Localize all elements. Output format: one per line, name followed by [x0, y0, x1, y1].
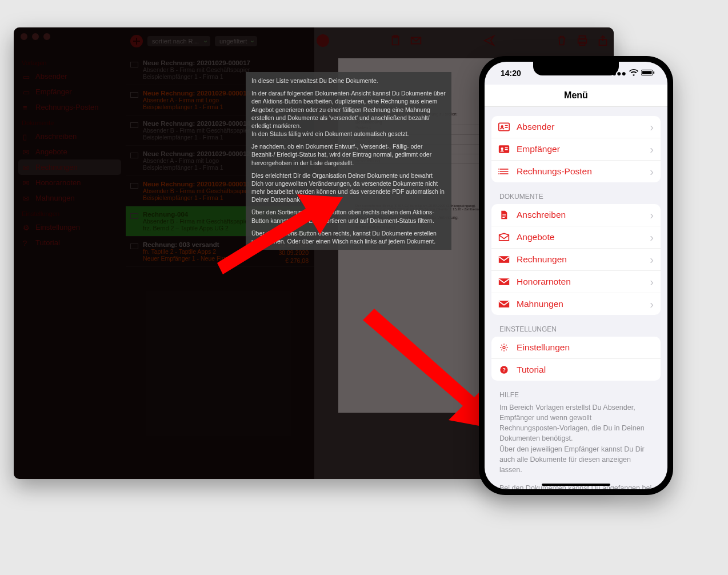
svg-rect-18 — [505, 147, 508, 149]
svg-rect-19 — [505, 149, 508, 150]
envelope-icon — [130, 153, 138, 158]
help-icon: ? — [23, 239, 31, 247]
list-toolbar: sortiert nach Rechnu… ungefiltert — [126, 27, 314, 55]
print-icon[interactable] — [576, 34, 589, 47]
menu-row-label: Rechnungs-Posten — [517, 166, 592, 177]
svg-rect-11 — [653, 71, 654, 74]
preview-toolbar — [317, 34, 609, 47]
menu-row-anschreiben[interactable]: Anschreiben› — [491, 204, 661, 226]
clipboard-icon[interactable] — [389, 34, 402, 47]
menu-row-label: Rechnungen — [517, 254, 567, 265]
svg-rect-30 — [499, 278, 509, 285]
menu-row-rechnungs-posten[interactable]: Rechnungs-Posten› — [491, 161, 661, 182]
chevron-right-icon: › — [650, 275, 654, 289]
envelope-icon — [130, 213, 138, 219]
rechnungs-posten-icon — [498, 167, 510, 176]
mail-icon[interactable] — [410, 34, 422, 47]
sidebar-item-label: Honorarnoten — [35, 178, 81, 187]
action-button[interactable] — [317, 34, 329, 47]
envelope-icon: ✉ — [23, 179, 31, 187]
sidebar-item-label: Absender — [35, 72, 67, 81]
menu-row-einstellungen[interactable]: Einstellungen — [491, 337, 661, 359]
envelope-icon: ✉ — [23, 163, 31, 171]
menu-row-absender[interactable]: Absender› — [491, 116, 661, 138]
einstellungen-icon — [498, 343, 510, 352]
envelope-icon — [130, 183, 138, 189]
sidebar-item-absender[interactable]: ▭Absender — [18, 69, 121, 84]
envelope-icon — [130, 122, 138, 128]
section-header-hilfe: HILFE — [499, 391, 661, 399]
svg-point-23 — [498, 169, 499, 170]
menu-row-tutorial[interactable]: ?Tutorial — [491, 359, 661, 381]
status-time: 14:20 — [501, 69, 521, 78]
svg-rect-31 — [499, 301, 509, 308]
tooltip-text: In den Status fällig wird ein Dokument a… — [251, 130, 409, 137]
sort-select[interactable]: sortiert nach Rechnu… — [147, 36, 210, 46]
iphone-screen: 14:20 ●●●● Menü Absender›Empfänger›Rechn… — [485, 62, 667, 489]
card-icon: ▭ — [23, 88, 31, 96]
section-header-einstellungen: EINSTELLUNGEN — [499, 325, 661, 333]
svg-rect-28 — [502, 217, 505, 218]
menu-group-einstellungen: Einstellungen?Tutorial — [491, 337, 661, 381]
menu-row-label: Tutorial — [517, 365, 546, 375]
honorarnoten-icon — [498, 277, 510, 286]
sidebar-item-empfaenger[interactable]: ▭Empfänger — [18, 84, 121, 99]
iphone-frame: 14:20 ●●●● Menü Absender›Empfänger›Rechn… — [479, 56, 673, 495]
menu-row-mahnungen[interactable]: Mahnungen› — [491, 293, 661, 315]
sidebar-item-tutorial[interactable]: ?Tutorial — [18, 235, 121, 250]
sidebar-item-label: Rechnungs-Posten — [35, 103, 99, 111]
send-icon[interactable] — [483, 34, 495, 47]
angebote-icon — [498, 233, 510, 242]
sidebar-item-anschreiben[interactable]: ▯Anschreiben — [18, 129, 121, 144]
gear-icon: ⚙ — [23, 223, 31, 231]
menu-row-empf-nger[interactable]: Empfänger› — [491, 138, 661, 161]
sidebar-item-honorarnoten[interactable]: ✉Honorarnoten — [18, 175, 121, 190]
sidebar-item-mahnungen[interactable]: ✉Mahnungen — [18, 190, 121, 206]
svg-point-25 — [498, 173, 499, 174]
menu-row-rechnungen[interactable]: Rechnungen› — [491, 249, 661, 271]
min-dot[interactable] — [32, 33, 39, 40]
sidebar-item-rechnungen[interactable]: ✉Rechnungen — [18, 159, 121, 175]
sidebar-item-einstellungen[interactable]: ⚙Einstellungen — [18, 219, 121, 235]
sidebar-item-posten[interactable]: ≡Rechnungs-Posten — [18, 99, 121, 115]
sidebar-section-header: Einstellungen — [22, 210, 121, 217]
menu-row-label: Angebote — [517, 232, 554, 242]
chevron-right-icon: › — [650, 298, 654, 311]
envelope-icon — [130, 62, 138, 67]
envelope-icon: ✉ — [23, 194, 31, 202]
zoom-dot[interactable] — [43, 33, 50, 40]
menu-row-label: Empfänger — [517, 144, 560, 154]
chevron-right-icon: › — [650, 209, 654, 222]
doc-icon: ▯ — [23, 133, 31, 141]
envelope-icon: ✉ — [23, 148, 31, 156]
sidebar-item-label: Rechnungen — [35, 163, 78, 171]
menu-row-angebote[interactable]: Angebote› — [491, 226, 661, 249]
annotation-arrow — [217, 194, 343, 263]
envelope-icon — [130, 243, 138, 249]
nav-title: Menü — [485, 85, 667, 107]
svg-text:?: ? — [502, 367, 506, 373]
empf-nger-icon — [498, 145, 510, 154]
svg-point-24 — [498, 171, 499, 172]
trash-icon[interactable] — [555, 34, 568, 47]
filter-select[interactable]: ungefiltert — [215, 36, 257, 46]
tooltip-text: Je nachdem, ob ein Dokument Entwurf-, Ve… — [251, 142, 446, 167]
menu-row-label: Absender — [517, 122, 554, 132]
chevron-right-icon: › — [650, 231, 654, 244]
menu-row-honorarnoten[interactable]: Honorarnoten› — [491, 271, 661, 293]
chevron-right-icon: › — [650, 165, 654, 178]
svg-marker-8 — [363, 309, 494, 429]
svg-marker-7 — [217, 194, 343, 274]
svg-point-17 — [501, 147, 503, 150]
svg-rect-27 — [502, 215, 506, 216]
section-header-dokumente: DOKUMENTE — [499, 193, 661, 201]
tooltip-text: In dieser Liste verwaltest Du Deine Doku… — [251, 77, 446, 85]
share-icon[interactable] — [597, 34, 609, 47]
svg-point-13 — [501, 125, 503, 127]
chevron-right-icon: › — [650, 143, 654, 156]
close-dot[interactable] — [21, 33, 27, 40]
sidebar-item-angebote[interactable]: ✉Angebote — [18, 144, 121, 159]
menu-row-label: Honorarnoten — [517, 277, 571, 287]
add-document-button[interactable] — [130, 35, 143, 47]
card-icon: ▭ — [23, 73, 31, 81]
